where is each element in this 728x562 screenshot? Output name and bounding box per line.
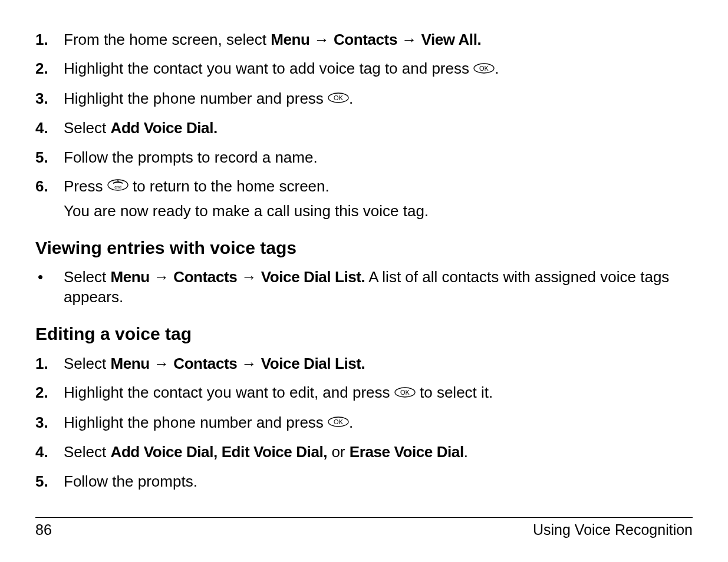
step-item: 6. Press end to return to the home scree…	[35, 176, 693, 222]
document-page: 1. From the home screen, select Menu → C…	[0, 0, 728, 562]
svg-text:OK: OK	[334, 418, 344, 425]
step-text: Highlight the contact you want to edit, …	[64, 384, 493, 401]
step-number: 3.	[35, 412, 48, 433]
step-text: Highlight the phone number and press OK.	[64, 414, 353, 431]
step-number: 1.	[35, 353, 48, 374]
step-number: 6.	[35, 176, 48, 197]
ok-icon: OK	[328, 88, 349, 108]
step-text: Select Add Voice Dial.	[64, 119, 218, 137]
ok-icon: OK	[328, 412, 349, 432]
step-text: Highlight the contact you want to add vo…	[64, 59, 499, 77]
step-item: 1. From the home screen, select Menu → C…	[35, 29, 693, 50]
footer-title: Using Voice Recognition	[533, 521, 693, 538]
page-footer: 86 Using Voice Recognition	[35, 517, 693, 538]
svg-text:OK: OK	[334, 94, 344, 101]
step-item: 2. Highlight the contact you want to add…	[35, 58, 693, 80]
step-number: 2.	[35, 58, 48, 79]
step-number: 4.	[35, 118, 48, 138]
section-heading-viewing: Viewing entries with voice tags	[35, 238, 693, 258]
end-icon: end	[107, 176, 129, 196]
step-number: 5.	[35, 147, 48, 168]
step-text: Highlight the phone number and press OK.	[64, 90, 353, 107]
step-number: 5.	[35, 471, 48, 492]
bullet-item: Select Menu → Contacts → Voice Dial List…	[35, 267, 693, 308]
step-item: 4. Select Add Voice Dial, Edit Voice Dia…	[35, 442, 693, 462]
section-heading-editing: Editing a voice tag	[35, 324, 693, 344]
step-number: 3.	[35, 88, 48, 109]
footer-divider	[35, 517, 693, 518]
step-item: 3. Highlight the phone number and press …	[35, 412, 693, 434]
step-text: Select Add Voice Dial, Edit Voice Dial, …	[64, 443, 468, 461]
step-number: 2.	[35, 382, 48, 403]
step-continuation: You are now ready to make a call using t…	[64, 201, 693, 222]
step-item: 4. Select Add Voice Dial.	[35, 118, 693, 138]
svg-text:OK: OK	[400, 389, 410, 396]
steps-list-1: 1. From the home screen, select Menu → C…	[35, 29, 693, 222]
ok-icon: OK	[473, 58, 495, 79]
steps-list-2: 1. Select Menu → Contacts → Voice Dial L…	[35, 353, 693, 492]
step-text: Select Menu → Contacts → Voice Dial List…	[64, 355, 365, 372]
step-item: 1. Select Menu → Contacts → Voice Dial L…	[35, 353, 693, 374]
step-text: Press end to return to the home screen.	[64, 177, 330, 195]
ok-icon: OK	[394, 382, 416, 403]
step-text: From the home screen, select Menu → Cont…	[64, 31, 481, 48]
step-item: 3. Highlight the phone number and press …	[35, 88, 693, 110]
page-number: 86	[35, 521, 52, 538]
step-item: 5. Follow the prompts to record a name.	[35, 147, 693, 168]
bullet-list-1: Select Menu → Contacts → Voice Dial List…	[35, 267, 693, 308]
svg-text:OK: OK	[479, 65, 489, 72]
step-item: 5. Follow the prompts.	[35, 471, 693, 492]
step-text: Follow the prompts.	[64, 472, 197, 490]
svg-text:end: end	[114, 185, 121, 189]
step-item: 2. Highlight the contact you want to edi…	[35, 382, 693, 404]
step-number: 4.	[35, 442, 48, 462]
step-text: Follow the prompts to record a name.	[64, 148, 318, 166]
step-number: 1.	[35, 29, 48, 50]
